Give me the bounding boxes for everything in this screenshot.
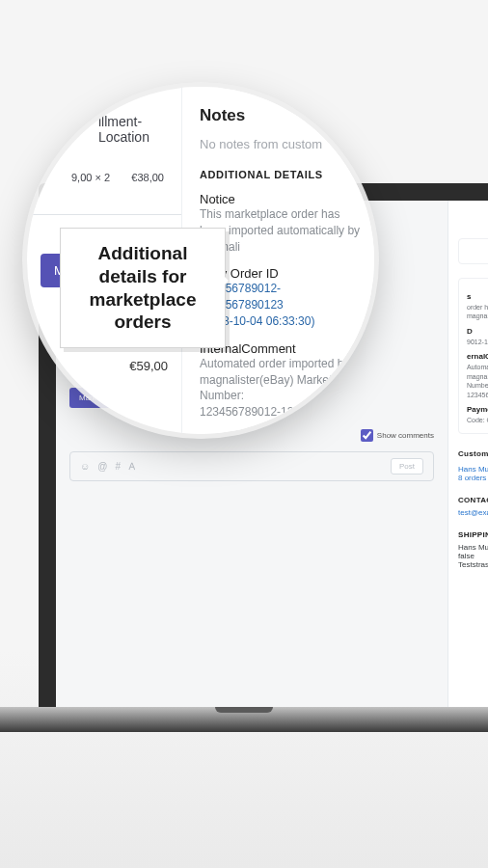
line-item-row: 9,00 × 2 €38,00 [41, 172, 168, 183]
additional-details-card: Edit s order has been atically by magnal… [458, 278, 488, 434]
hash-icon[interactable]: # [115, 461, 121, 472]
separator [27, 214, 181, 215]
laptop-notch [215, 707, 273, 713]
customer-orders-link[interactable]: 8 orders [458, 474, 488, 482]
attach-icon[interactable]: 𐌀 [128, 461, 136, 472]
show-comments-label: Show comments [377, 431, 434, 440]
shipping-title: SHIPPING ADDRESS [458, 530, 488, 539]
internal-comment-body: Automated order imported by magnalister(… [467, 363, 488, 399]
callout-box: Additional details for marketplace order… [60, 228, 226, 348]
internal-comment-heading: ernalComment [467, 352, 488, 361]
customer-name-link[interactable]: Hans Mustermann [458, 465, 488, 474]
ship-name: Hans Mustermann [458, 543, 488, 552]
payment-body: Code: Complete: 1 [467, 416, 488, 424]
notice-heading: s [467, 292, 488, 301]
ebay-heading: D [467, 327, 488, 336]
contact-info-block: CONTACT INFORMATION Edit test@example.co… [458, 496, 488, 517]
show-comments-checkbox[interactable] [361, 429, 373, 442]
callout-line4: orders [114, 312, 171, 332]
notes-card: Edit [458, 238, 488, 264]
callout-line2: details for [99, 266, 187, 286]
additional-details-caption: ADDITIONAL DETAILS [200, 169, 361, 180]
line-item-total: €38,00 [131, 172, 164, 183]
ebay-order-value: 9012-1234567890123 0-04 06:33:30) [467, 338, 488, 346]
order-side-panel: ← → Edit Edit s order has been atically … [447, 201, 488, 723]
line-item-qty: 9,00 × 2 [71, 172, 110, 183]
callout-line3: marketplace [90, 289, 197, 310]
fulfillment-location-label: illment-Location [41, 114, 168, 145]
customer-block: Customer ☺ Hans Mustermann 8 orders [458, 448, 488, 482]
callout-line1: Additional [98, 243, 188, 263]
customer-title: Customer [458, 449, 488, 458]
shipping-address-block: SHIPPING ADDRESS Edit Hans Mustermann fa… [458, 530, 488, 569]
show-comments-toggle[interactable]: Show comments [69, 429, 434, 442]
post-button[interactable]: Post [391, 458, 423, 475]
notes-empty: No notes from custom [200, 137, 361, 151]
contact-info-title: CONTACT INFORMATION [458, 496, 488, 504]
notice-label: Notice [200, 192, 361, 206]
mention-icon[interactable]: @ [97, 461, 107, 472]
comment-input-bar[interactable]: ☺ @ # 𐌀 Post [69, 451, 434, 481]
notes-title: Notes [200, 106, 361, 125]
notice-body: order has been atically by magnalister. [467, 303, 488, 321]
panel-nav: ← → [458, 214, 488, 225]
payment-heading: Payment [467, 405, 488, 414]
contact-email[interactable]: test@example.com [458, 508, 488, 517]
ship-false: false [458, 552, 488, 560]
ship-street: Teststrasse 43 Teststrasse 43 [458, 560, 488, 569]
emoji-icon[interactable]: ☺ [80, 461, 90, 472]
